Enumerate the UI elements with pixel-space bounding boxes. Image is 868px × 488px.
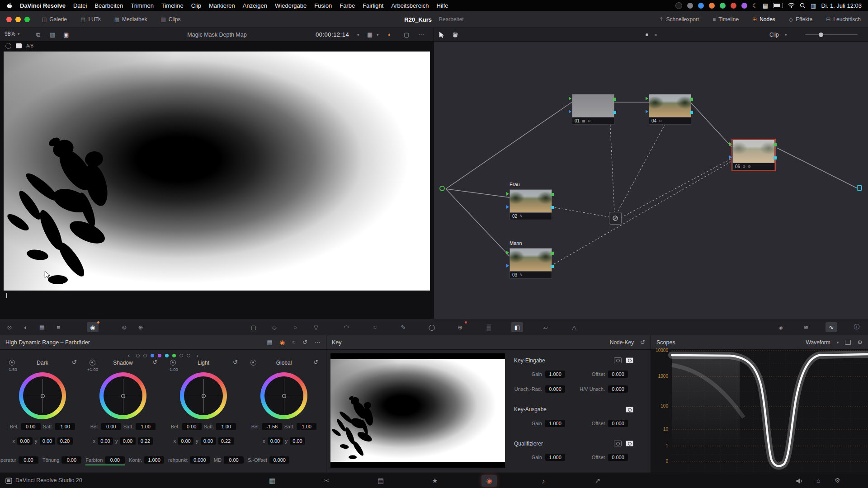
menu-markieren[interactable]: Markieren <box>209 2 235 9</box>
key-output-pin[interactable] <box>774 156 777 160</box>
reset-icon[interactable]: ↺ <box>233 359 238 366</box>
raw-palette-icon[interactable]: ≡ <box>52 322 64 332</box>
deliver-page-icon[interactable]: ↗ <box>590 475 605 487</box>
menubar-app-icon[interactable] <box>709 3 715 9</box>
bypass-grades-icon[interactable] <box>5 43 11 49</box>
hue-value[interactable]: 0.00 <box>105 456 125 464</box>
key-palette-icon-active[interactable]: ◧ <box>511 322 523 332</box>
scope-settings-icon[interactable]: ⚙ <box>857 339 863 346</box>
key-input-gain-value[interactable]: 1.000 <box>545 371 565 378</box>
hdr-options-icon[interactable]: ⋯ <box>315 339 321 346</box>
node-04[interactable]: 04⊙ <box>649 94 691 125</box>
key-input-enable-icon[interactable] <box>626 357 633 363</box>
wheel-range-value[interactable]: -1.50 <box>5 367 20 372</box>
node-01[interactable]: 01▦⊙ <box>572 94 614 125</box>
slider-knob[interactable] <box>819 33 823 37</box>
menu-fairlight[interactable]: Fairlight <box>363 2 383 9</box>
y-value[interactable]: 0.00 <box>120 437 136 445</box>
menu-wiedergabe[interactable]: Wiedergabe <box>275 2 307 9</box>
wheel-layout-icon[interactable]: ◇ <box>269 322 280 332</box>
y-value[interactable]: 0.00 <box>201 437 216 445</box>
scope-mode-dropdown[interactable]: Waveform <box>806 339 830 346</box>
menu-timeline[interactable]: Timeline <box>161 2 184 9</box>
chevron-left-icon[interactable]: ‹ <box>128 352 130 359</box>
info-panel-icon[interactable]: ⓘ <box>851 322 863 332</box>
x-value[interactable]: 0.00 <box>98 437 113 445</box>
menu-bearbeiten[interactable]: Bearbeiten <box>94 2 123 9</box>
viewer-timecode[interactable]: 00:00:12:14 <box>316 31 349 38</box>
y-value[interactable]: 0.00 <box>40 437 55 445</box>
menubar-app-icon[interactable] <box>720 3 726 9</box>
key-output-offset-value[interactable]: 0.000 <box>608 420 628 427</box>
zone-dot[interactable] <box>136 354 140 357</box>
project-settings-gear-icon[interactable]: ⚙ <box>835 477 840 484</box>
exposure-value[interactable]: 0.00 <box>101 423 121 430</box>
key-input-pin[interactable] <box>646 110 648 113</box>
key-preview[interactable] <box>330 353 505 468</box>
zone-dot-blue[interactable] <box>151 354 154 357</box>
node-key-label[interactable]: Node-Key <box>610 339 634 346</box>
expand-scope-icon[interactable] <box>845 340 851 345</box>
chevron-down-icon[interactable]: ▾ <box>357 33 359 37</box>
rgb-output-pin[interactable] <box>774 143 777 146</box>
curves-palette-icon[interactable]: ◠ <box>340 322 352 332</box>
key-input-pin[interactable] <box>729 155 732 159</box>
rgb-output-pin[interactable] <box>551 252 554 255</box>
exposure-value[interactable]: -1.56 <box>262 423 282 430</box>
key-output-pin[interactable] <box>551 206 554 209</box>
power-window-palette-icon[interactable]: ◯ <box>426 322 438 332</box>
quick-export-button[interactable]: ↥Schnellexport <box>659 16 699 23</box>
node-graph[interactable]: 01▦⊙ 04⊙ 06⊙⊚ Frau 02✎ Mann 03✎ <box>434 42 868 319</box>
zone-dot-purple[interactable] <box>158 354 161 357</box>
rgb-input-pin[interactable] <box>506 192 509 196</box>
viewer-playhead[interactable] <box>6 293 7 298</box>
wheel-layout-icon[interactable]: ○ <box>289 322 301 332</box>
hdr-grid-view-icon[interactable]: ▦ <box>267 339 272 346</box>
spotlight-search-icon[interactable] <box>800 3 806 9</box>
exposure-value[interactable]: 0.00 <box>21 423 41 430</box>
rgb-input-pin[interactable] <box>569 97 571 100</box>
color-page-icon-active[interactable]: ◉ <box>481 475 497 487</box>
color-wheel[interactable] <box>19 372 66 419</box>
pointer-tool-icon[interactable] <box>439 31 445 38</box>
key-output-pin[interactable] <box>690 111 693 114</box>
key-output-pin[interactable] <box>613 111 616 114</box>
tracker-palette-icon[interactable]: ⊕ <box>454 322 466 332</box>
saturation-value[interactable]: 1.00 <box>55 423 75 430</box>
fusion-page-icon[interactable]: ★ <box>427 475 443 487</box>
qualifier-offset-value[interactable]: 0.000 <box>608 454 628 461</box>
dark-mode-moon-icon[interactable]: ☾ <box>752 2 758 9</box>
hv-blur-value[interactable]: 0.000 <box>608 385 628 393</box>
log-wheels-palette-icon[interactable]: ▦ <box>36 322 48 332</box>
menubar-app-icon[interactable] <box>741 3 747 9</box>
viewer-image-depth-map[interactable] <box>4 52 430 291</box>
saturation-value[interactable]: 1.00 <box>216 423 236 430</box>
hdr-reset-icon[interactable]: ↺ <box>302 339 307 346</box>
luts-button[interactable]: ▤LUTs <box>80 16 101 23</box>
falloff-value[interactable]: 0.20 <box>57 437 73 445</box>
key-input-pin[interactable] <box>506 264 509 267</box>
falloff-value[interactable]: 0.22 <box>218 437 234 445</box>
unmix-toggle-icon[interactable] <box>16 43 22 48</box>
node-zoom-slider[interactable] <box>805 34 858 35</box>
node-02-frau[interactable]: 02✎ <box>509 189 552 220</box>
node-06-selected[interactable]: 06⊙⊚ <box>732 140 775 170</box>
x-value[interactable]: 0.00 <box>17 437 33 445</box>
screen-record-icon[interactable] <box>675 2 682 9</box>
menu-farbe[interactable]: Farbe <box>340 2 355 9</box>
blur-palette-icon[interactable]: ▒ <box>483 322 495 332</box>
qualifier-invert-icon[interactable] <box>614 441 622 446</box>
menu-arbeitsbereich[interactable]: Arbeitsbereich <box>391 2 429 9</box>
wheel-layout-icon[interactable]: ▽ <box>310 322 322 332</box>
falloff-value[interactable]: 0.22 <box>138 437 153 445</box>
viewer-options-icon[interactable]: ⋯ <box>418 31 424 38</box>
resolve-window-icon[interactable] <box>5 478 12 484</box>
rgb-output-pin[interactable] <box>690 98 693 101</box>
project-home-icon[interactable]: ⌂ <box>816 477 820 484</box>
zone-dot[interactable] <box>143 354 147 357</box>
reset-icon[interactable]: ↺ <box>72 359 77 366</box>
menubar-app-icon[interactable] <box>698 3 704 9</box>
key-output-gain-value[interactable]: 1.000 <box>545 420 565 427</box>
zone-dot-green[interactable] <box>172 354 176 357</box>
gallery-button[interactable]: ◫Galerie <box>42 16 67 23</box>
